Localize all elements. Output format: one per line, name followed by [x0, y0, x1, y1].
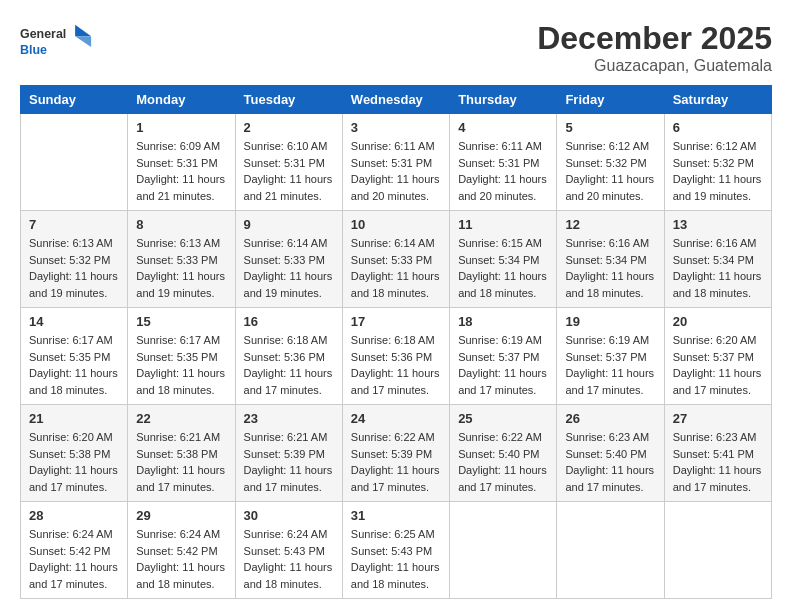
day-info: Sunrise: 6:19 AMSunset: 5:37 PMDaylight:…	[565, 332, 655, 398]
day-info: Sunrise: 6:13 AMSunset: 5:32 PMDaylight:…	[29, 235, 119, 301]
day-info-line: and 17 minutes.	[458, 479, 548, 496]
day-info: Sunrise: 6:19 AMSunset: 5:37 PMDaylight:…	[458, 332, 548, 398]
calendar-cell: 26Sunrise: 6:23 AMSunset: 5:40 PMDayligh…	[557, 405, 664, 502]
day-info-line: Sunrise: 6:11 AM	[458, 138, 548, 155]
page-header: General Blue December 2025 Guazacapan, G…	[20, 20, 772, 75]
day-info-line: Sunset: 5:39 PM	[244, 446, 334, 463]
calendar-cell: 17Sunrise: 6:18 AMSunset: 5:36 PMDayligh…	[342, 308, 449, 405]
day-info-line: Sunrise: 6:25 AM	[351, 526, 441, 543]
calendar-week-4: 21Sunrise: 6:20 AMSunset: 5:38 PMDayligh…	[21, 405, 772, 502]
calendar-cell: 8Sunrise: 6:13 AMSunset: 5:33 PMDaylight…	[128, 211, 235, 308]
day-info-line: Sunset: 5:35 PM	[29, 349, 119, 366]
day-number: 21	[29, 411, 119, 426]
day-info-line: Sunrise: 6:12 AM	[673, 138, 763, 155]
day-info-line: and 19 minutes.	[673, 188, 763, 205]
day-info-line: Daylight: 11 hours	[244, 171, 334, 188]
day-info-line: Sunset: 5:32 PM	[29, 252, 119, 269]
day-info-line: and 17 minutes.	[351, 479, 441, 496]
day-info-line: and 18 minutes.	[351, 285, 441, 302]
day-number: 27	[673, 411, 763, 426]
day-info-line: and 17 minutes.	[565, 382, 655, 399]
day-info: Sunrise: 6:12 AMSunset: 5:32 PMDaylight:…	[673, 138, 763, 204]
svg-marker-2	[75, 25, 91, 37]
day-info-line: Sunrise: 6:14 AM	[244, 235, 334, 252]
logo-svg: General Blue	[20, 20, 100, 65]
day-info-line: and 17 minutes.	[29, 479, 119, 496]
day-info-line: Sunrise: 6:16 AM	[673, 235, 763, 252]
logo: General Blue	[20, 20, 100, 65]
day-info-line: Daylight: 11 hours	[673, 268, 763, 285]
day-info-line: Sunrise: 6:12 AM	[565, 138, 655, 155]
day-number: 12	[565, 217, 655, 232]
day-info: Sunrise: 6:25 AMSunset: 5:43 PMDaylight:…	[351, 526, 441, 592]
day-info-line: Sunset: 5:38 PM	[136, 446, 226, 463]
calendar-cell: 5Sunrise: 6:12 AMSunset: 5:32 PMDaylight…	[557, 114, 664, 211]
day-info-line: Sunrise: 6:14 AM	[351, 235, 441, 252]
day-info-line: Sunset: 5:36 PM	[351, 349, 441, 366]
calendar-week-2: 7Sunrise: 6:13 AMSunset: 5:32 PMDaylight…	[21, 211, 772, 308]
day-info-line: Sunrise: 6:17 AM	[29, 332, 119, 349]
calendar-cell: 11Sunrise: 6:15 AMSunset: 5:34 PMDayligh…	[450, 211, 557, 308]
day-info: Sunrise: 6:11 AMSunset: 5:31 PMDaylight:…	[458, 138, 548, 204]
day-info-line: and 18 minutes.	[29, 382, 119, 399]
day-info-line: and 17 minutes.	[458, 382, 548, 399]
calendar-cell: 31Sunrise: 6:25 AMSunset: 5:43 PMDayligh…	[342, 502, 449, 599]
calendar-cell: 9Sunrise: 6:14 AMSunset: 5:33 PMDaylight…	[235, 211, 342, 308]
day-info-line: and 19 minutes.	[29, 285, 119, 302]
day-info-line: and 17 minutes.	[351, 382, 441, 399]
day-info-line: Sunrise: 6:10 AM	[244, 138, 334, 155]
calendar-week-5: 28Sunrise: 6:24 AMSunset: 5:42 PMDayligh…	[21, 502, 772, 599]
day-info-line: Sunset: 5:35 PM	[136, 349, 226, 366]
day-info-line: Daylight: 11 hours	[565, 365, 655, 382]
calendar-cell: 23Sunrise: 6:21 AMSunset: 5:39 PMDayligh…	[235, 405, 342, 502]
day-info-line: Sunset: 5:31 PM	[244, 155, 334, 172]
day-info-line: Sunset: 5:42 PM	[29, 543, 119, 560]
day-info-line: and 20 minutes.	[351, 188, 441, 205]
day-info-line: Sunrise: 6:21 AM	[244, 429, 334, 446]
calendar-cell: 12Sunrise: 6:16 AMSunset: 5:34 PMDayligh…	[557, 211, 664, 308]
day-info-line: Sunset: 5:34 PM	[565, 252, 655, 269]
day-number: 31	[351, 508, 441, 523]
day-number: 3	[351, 120, 441, 135]
day-info-line: Sunrise: 6:20 AM	[29, 429, 119, 446]
calendar-cell: 7Sunrise: 6:13 AMSunset: 5:32 PMDaylight…	[21, 211, 128, 308]
day-info-line: and 19 minutes.	[136, 285, 226, 302]
day-info-line: Daylight: 11 hours	[458, 171, 548, 188]
calendar-cell: 25Sunrise: 6:22 AMSunset: 5:40 PMDayligh…	[450, 405, 557, 502]
month-title: December 2025	[537, 20, 772, 57]
day-info-line: Sunrise: 6:17 AM	[136, 332, 226, 349]
day-info-line: Sunset: 5:40 PM	[565, 446, 655, 463]
day-number: 10	[351, 217, 441, 232]
day-number: 28	[29, 508, 119, 523]
day-info-line: Sunrise: 6:18 AM	[351, 332, 441, 349]
day-info-line: Daylight: 11 hours	[351, 365, 441, 382]
header-thursday: Thursday	[450, 86, 557, 114]
day-info-line: Daylight: 11 hours	[351, 268, 441, 285]
day-info: Sunrise: 6:10 AMSunset: 5:31 PMDaylight:…	[244, 138, 334, 204]
day-info-line: Sunrise: 6:24 AM	[244, 526, 334, 543]
day-info: Sunrise: 6:24 AMSunset: 5:42 PMDaylight:…	[29, 526, 119, 592]
day-info-line: Sunset: 5:37 PM	[458, 349, 548, 366]
day-info-line: Daylight: 11 hours	[29, 462, 119, 479]
day-info: Sunrise: 6:16 AMSunset: 5:34 PMDaylight:…	[673, 235, 763, 301]
day-info-line: Daylight: 11 hours	[29, 268, 119, 285]
day-info-line: Daylight: 11 hours	[136, 365, 226, 382]
day-info-line: Sunrise: 6:24 AM	[29, 526, 119, 543]
day-number: 5	[565, 120, 655, 135]
day-info-line: Sunset: 5:42 PM	[136, 543, 226, 560]
calendar-cell: 28Sunrise: 6:24 AMSunset: 5:42 PMDayligh…	[21, 502, 128, 599]
day-number: 29	[136, 508, 226, 523]
calendar-cell: 13Sunrise: 6:16 AMSunset: 5:34 PMDayligh…	[664, 211, 771, 308]
day-info-line: and 18 minutes.	[136, 382, 226, 399]
day-number: 23	[244, 411, 334, 426]
day-number: 8	[136, 217, 226, 232]
day-info-line: and 18 minutes.	[565, 285, 655, 302]
day-info-line: and 18 minutes.	[136, 576, 226, 593]
day-info-line: Daylight: 11 hours	[29, 559, 119, 576]
day-info-line: and 21 minutes.	[136, 188, 226, 205]
day-info-line: Sunset: 5:37 PM	[673, 349, 763, 366]
day-info-line: Daylight: 11 hours	[565, 171, 655, 188]
day-info: Sunrise: 6:20 AMSunset: 5:37 PMDaylight:…	[673, 332, 763, 398]
day-info-line: Sunset: 5:33 PM	[351, 252, 441, 269]
calendar-cell	[21, 114, 128, 211]
